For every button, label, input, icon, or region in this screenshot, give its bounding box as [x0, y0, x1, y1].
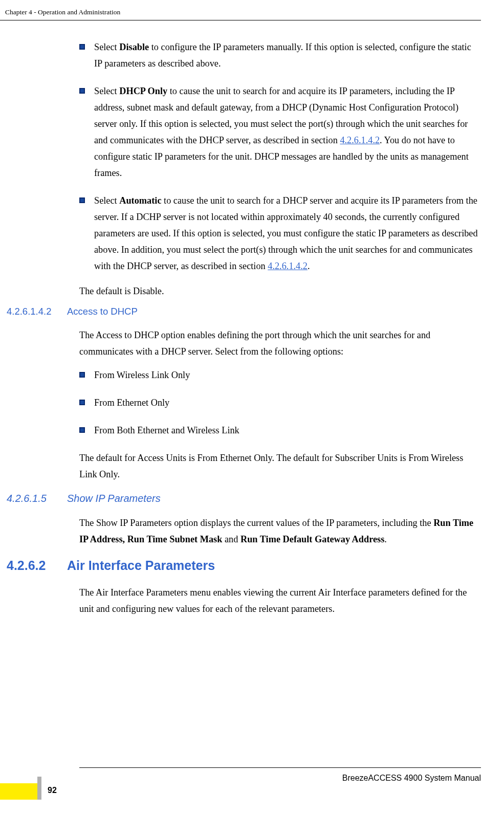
bold: DHCP Only: [119, 86, 167, 96]
heading-number: 4.2.6.1.5: [0, 490, 67, 508]
list-item: Select Disable to configure the IP param…: [79, 39, 481, 72]
text: .: [384, 534, 387, 544]
bold: Disable: [119, 42, 149, 52]
section-heading: 4.2.6.2 Air Interface Parameters: [0, 555, 481, 577]
paragraph: The Show IP Parameters option displays t…: [79, 515, 481, 547]
bullet-icon: [79, 197, 85, 203]
cross-ref-link[interactable]: 4.2.6.1.4.2: [340, 135, 380, 145]
section-content: The Air Interface Parameters menu enable…: [0, 584, 481, 617]
bullet-icon: [79, 400, 85, 405]
section-content: The Access to DHCP option enables defini…: [0, 327, 481, 482]
bullet-text: From Both Ethernet and Wireless Link: [94, 422, 481, 438]
bold: Run Time Default Gateway Address: [240, 534, 384, 544]
bullet-text: From Ethernet Only: [94, 394, 481, 411]
text: Select: [94, 195, 119, 206]
bullet-text: Select Automatic to cause the unit to se…: [94, 192, 481, 274]
gray-bar-icon: [37, 777, 41, 800]
text: to cause the unit to search for a DHCP s…: [94, 195, 478, 271]
section-heading: 4.2.6.1.5 Show IP Parameters: [0, 490, 481, 508]
heading-title: Show IP Parameters: [67, 490, 161, 508]
heading-number: 4.2.6.1.4.2: [0, 303, 67, 320]
bullet-icon: [79, 88, 85, 94]
footer-rule: [79, 767, 481, 768]
manual-title: BreezeACCESS 4900 System Manual: [342, 771, 481, 800]
text: The Show IP Parameters option displays t…: [79, 518, 433, 528]
bullet-icon: [79, 427, 85, 433]
list-item: Select DHCP Only to cause the unit to se…: [79, 83, 481, 181]
page-number: 92: [48, 783, 57, 800]
heading-number: 4.2.6.2: [0, 555, 67, 577]
yellow-bar-icon: [0, 783, 38, 800]
text: Select: [94, 86, 119, 96]
cross-ref-link[interactable]: 4.2.6.1.4.2: [268, 261, 308, 271]
paragraph: The Access to DHCP option enables defini…: [79, 327, 481, 360]
logo-bars: [0, 777, 41, 800]
text: and: [222, 534, 240, 544]
paragraph: The Air Interface Parameters menu enable…: [79, 584, 481, 617]
paragraph: The default for Access Units is From Eth…: [79, 450, 481, 482]
list-item: From Ethernet Only: [79, 394, 481, 411]
bold: Automatic: [119, 195, 161, 206]
text: Select: [94, 42, 119, 52]
main-content: Select Disable to configure the IP param…: [0, 39, 481, 299]
bullet-text: From Wireless Link Only: [94, 367, 481, 383]
list-item: From Wireless Link Only: [79, 367, 481, 383]
section-heading: 4.2.6.1.4.2 Access to DHCP: [0, 303, 481, 320]
default-text: The default is Disable.: [79, 283, 481, 299]
text: to configure the IP parameters manually.…: [94, 42, 471, 69]
list-item: From Both Ethernet and Wireless Link: [79, 422, 481, 438]
text: .: [308, 261, 310, 271]
list-item: Select Automatic to cause the unit to se…: [79, 192, 481, 274]
heading-title: Access to DHCP: [67, 303, 138, 320]
page-footer: 92 BreezeACCESS 4900 System Manual: [0, 767, 481, 800]
heading-title: Air Interface Parameters: [67, 555, 215, 577]
section-content: The Show IP Parameters option displays t…: [0, 515, 481, 547]
bullet-icon: [79, 44, 85, 50]
page-header: Chapter 4 - Operation and Administration: [0, 6, 481, 20]
bullet-text: Select DHCP Only to cause the unit to se…: [94, 83, 481, 181]
bullet-text: Select Disable to configure the IP param…: [94, 39, 481, 72]
bullet-icon: [79, 372, 85, 378]
